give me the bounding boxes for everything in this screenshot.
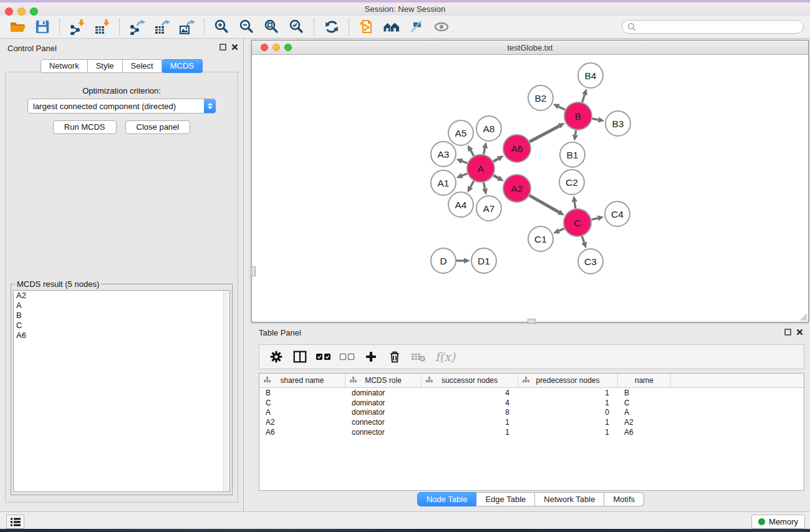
add-column-button[interactable]	[359, 347, 383, 367]
table-cell: 1	[518, 399, 618, 407]
graph-edge-A-A3[interactable]	[462, 161, 468, 163]
tab-style[interactable]: Style	[88, 59, 123, 73]
deselect-all-button[interactable]	[335, 347, 359, 367]
search-input[interactable]	[639, 22, 803, 32]
zoom-in-icon	[214, 19, 230, 35]
zoom-in-button[interactable]	[210, 17, 234, 37]
memory-button[interactable]: Memory	[751, 515, 805, 529]
session-network-button[interactable]	[354, 17, 379, 37]
node-table: shared name MCDS role successor nodes pr…	[259, 373, 804, 491]
network-graph[interactable]: AA6A2BCA5A8A3A1A4A7B2B4B3B1C2C4C1C3DD1	[252, 55, 808, 322]
show-columns-button[interactable]	[288, 347, 312, 367]
table-settings-button[interactable]	[264, 347, 288, 367]
save-icon	[35, 19, 50, 34]
graph-node-label: B	[575, 111, 581, 122]
table-row[interactable]: Cdominator41C	[259, 398, 804, 408]
graph-node-label: A4	[455, 200, 467, 210]
graph-edge-A-A4[interactable]	[470, 181, 473, 187]
sort-tree-icon	[264, 377, 271, 383]
tab-mcds[interactable]: MCDS	[162, 59, 203, 73]
graph-edge-A-A5[interactable]	[471, 150, 474, 156]
table-cell: A6	[618, 428, 671, 437]
export-image-button[interactable]	[175, 17, 200, 37]
tab-select[interactable]: Select	[123, 59, 162, 73]
graph-edge-B-B2[interactable]	[559, 107, 565, 110]
toolbar-separator	[119, 19, 120, 35]
mcds-result-item[interactable]: C	[14, 321, 229, 331]
optimization-dropdown[interactable]: largest connected component (directed)	[27, 99, 216, 114]
zoom-selected-button[interactable]	[284, 17, 309, 37]
tab-network[interactable]: Network	[41, 59, 88, 73]
open-session-button[interactable]	[5, 17, 30, 37]
float-panel-icon[interactable]	[784, 329, 791, 336]
toolbar-separator	[204, 19, 205, 35]
tab-node-table[interactable]: Node Table	[417, 492, 477, 506]
close-panel-icon[interactable]	[231, 44, 238, 51]
splitter-handle[interactable]	[251, 266, 256, 276]
mcds-result-item[interactable]: B	[14, 311, 229, 321]
mcds-result-item[interactable]: A6	[14, 331, 229, 341]
tab-motifs[interactable]: Motifs	[604, 492, 644, 506]
graph-edge-C-C3[interactable]	[582, 236, 584, 243]
graph-edge-arrow-icon	[572, 135, 578, 142]
tab-edge-table[interactable]: Edge Table	[476, 492, 535, 506]
float-panel-icon[interactable]	[219, 44, 226, 51]
graph-edge-A-A7[interactable]	[484, 183, 485, 189]
tab-network-table[interactable]: Network Table	[535, 492, 604, 506]
mcds-result-item[interactable]: A	[14, 301, 229, 311]
graph-edge-A-A2[interactable]	[493, 175, 498, 178]
graph-edge-C-C1[interactable]	[559, 228, 564, 231]
home-button[interactable]	[379, 17, 404, 37]
save-session-button[interactable]	[30, 17, 55, 37]
select-all-button[interactable]	[312, 347, 335, 367]
column-header-mcds-role[interactable]: MCDS role	[345, 374, 422, 387]
import-network-button[interactable]	[65, 17, 90, 37]
table-row[interactable]: Adominator80A	[259, 407, 804, 417]
delete-column-button[interactable]	[383, 347, 407, 367]
graph-edge-C-C4[interactable]	[591, 218, 597, 220]
column-header-successor-nodes[interactable]: successor nodes	[422, 374, 518, 387]
graph-edge-B-B3[interactable]	[592, 118, 599, 120]
hide-graphics-button[interactable]	[404, 17, 429, 37]
graph-edge-B-B1[interactable]	[576, 130, 576, 135]
export-table-button[interactable]	[150, 17, 175, 37]
graph-edge-B-B4[interactable]	[582, 95, 585, 102]
mcds-result-item[interactable]: A2	[14, 291, 229, 301]
export-network-button[interactable]	[125, 17, 150, 37]
result-scrollbar[interactable]	[223, 291, 229, 491]
splitter-handle[interactable]	[528, 319, 536, 324]
delete-table-button[interactable]	[407, 347, 430, 367]
graph-edge-A2-C[interactable]	[529, 195, 559, 212]
column-header-predecessor-nodes[interactable]: predecessor nodes	[518, 374, 618, 387]
function-builder-button[interactable]: f(x)	[430, 347, 460, 367]
mcds-result-list[interactable]: A2ABCA6	[13, 290, 230, 492]
table-row[interactable]: Bdominator41B	[259, 388, 804, 398]
graph-edge-C-C2[interactable]	[574, 202, 575, 209]
column-header-shared-name[interactable]: shared name	[259, 374, 345, 387]
import-table-button[interactable]	[90, 17, 115, 37]
resize-grip-icon[interactable]	[799, 312, 808, 321]
mcds-result-box: MCDS result (5 nodes) A2ABCA6	[11, 284, 233, 495]
column-header-name[interactable]: name	[618, 374, 671, 387]
graph-edge-A6-B[interactable]	[529, 126, 559, 142]
graph-edge-A-A1[interactable]	[462, 173, 468, 175]
search-field[interactable]	[622, 20, 804, 34]
table-cell: dominator	[345, 389, 422, 397]
table-row[interactable]: A6connector11A6	[259, 427, 804, 437]
network-canvas[interactable]: AA6A2BCA5A8A3A1A4A7B2B4B3B1C2C4C1C3DD1	[252, 55, 808, 322]
close-panel-button[interactable]: Close panel	[125, 120, 191, 134]
table-cell: dominator	[345, 408, 422, 417]
table-row[interactable]: A2connector11A2	[259, 417, 804, 427]
table-cell: 0	[518, 408, 618, 417]
zoom-out-button[interactable]	[234, 17, 259, 37]
graph-node-label: C	[574, 218, 581, 228]
zoom-fit-button[interactable]	[259, 17, 284, 37]
eye-button[interactable]	[429, 17, 454, 37]
close-panel-icon[interactable]	[796, 329, 803, 336]
graph-edge-A-A8[interactable]	[484, 148, 485, 154]
network-window-titlebar[interactable]: testGlobe.txt	[252, 41, 808, 55]
run-mcds-button[interactable]: Run MCDS	[53, 120, 117, 134]
graph-edge-A-A6[interactable]	[493, 158, 498, 161]
task-history-button[interactable]	[6, 515, 24, 529]
refresh-button[interactable]	[319, 17, 344, 37]
